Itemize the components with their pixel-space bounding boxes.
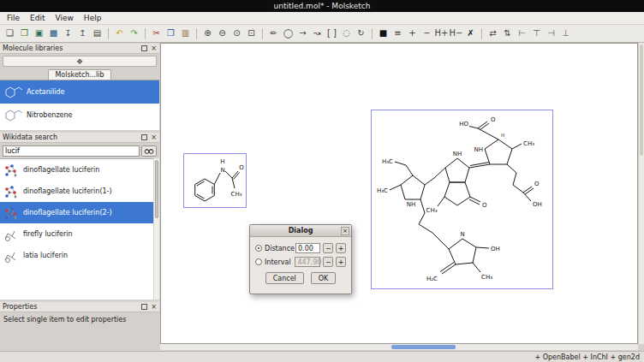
charge-plus-icon[interactable]: + (406, 27, 419, 40)
align-bottom-icon[interactable]: ⊥ (559, 27, 572, 40)
copy-icon[interactable]: ❒ (164, 27, 177, 40)
toolbar-icon-glyph: ▣ (35, 29, 43, 38)
zoom-in-icon[interactable]: ⊕ (201, 27, 214, 40)
radio-button[interactable] (255, 245, 262, 252)
menu-view[interactable]: View (51, 13, 79, 23)
delete-tool-icon[interactable]: ✗ (464, 27, 477, 40)
horizontal-scrollbar[interactable] (160, 344, 638, 350)
flip-vertical-icon[interactable]: ⇅ (501, 27, 514, 40)
open-icon[interactable]: ❐ (18, 27, 31, 40)
import-icon[interactable]: ↧ (62, 27, 75, 40)
panel-float-button[interactable] (141, 304, 147, 310)
spin-increment-button[interactable]: + (336, 243, 346, 253)
toolbar-icon-glyph: ▤ (93, 29, 101, 38)
reaction-arrow-icon[interactable]: → (296, 27, 309, 40)
color-swatch-icon[interactable]: ■ (377, 27, 390, 40)
vertical-scrollbar[interactable] (638, 43, 644, 344)
molecule-selection-luciferin[interactable]: HO O H NH CH₃ O OH NH (371, 110, 553, 289)
draw-tool-icon[interactable]: ✏ (267, 27, 280, 40)
svg-text:H₃C: H₃C (382, 158, 393, 165)
library-item[interactable]: Acetanilide (0, 80, 159, 104)
search-result-item[interactable]: dinoflagellate luciferin (0, 159, 159, 181)
toolbar-icon-glyph: ↥ (79, 29, 86, 38)
ok-button[interactable]: OK (311, 272, 337, 284)
svg-text:NH: NH (453, 151, 462, 157)
paste-icon[interactable]: ▥ (179, 27, 192, 40)
export-icon[interactable]: ↥ (76, 27, 89, 40)
panel-close-button[interactable]: × (151, 134, 157, 141)
scrollbar-thumb[interactable] (391, 345, 456, 349)
flip-horizontal-icon[interactable]: ⇄ (486, 27, 499, 40)
search-result-item[interactable]: dinoflagellate luciferin(1-) (0, 181, 159, 202)
menu-item-label: View (56, 14, 74, 22)
molecule-thumbnail-icon (2, 205, 21, 222)
toolbar-icon-glyph: H− (450, 29, 463, 38)
zoom-out-icon[interactable]: ⊖ (216, 27, 229, 40)
save-icon[interactable]: ▣ (33, 27, 45, 40)
value-spinbox[interactable]: 0.00 (295, 243, 320, 253)
toolbar-separator (481, 28, 482, 39)
search-button[interactable] (141, 145, 157, 157)
new-document-icon[interactable]: ❏ (3, 27, 16, 40)
library-tab[interactable]: Molsketch...lib (48, 69, 110, 80)
spin-decrement-button[interactable]: − (323, 257, 333, 267)
panel-float-button[interactable] (141, 134, 147, 140)
toolbar-icon-glyph: ❒ (167, 29, 175, 38)
window-title: untitled.mol* - Molsketch (274, 2, 371, 10)
charge-minus-icon[interactable]: − (420, 27, 433, 40)
spin-decrement-button[interactable]: − (323, 243, 333, 253)
library-chooser-button[interactable]: ❖ (3, 56, 157, 67)
toolbar-icon-glyph: ⊣ (547, 29, 555, 38)
panel-close-button[interactable]: × (151, 45, 157, 52)
panel-close-button[interactable]: × (151, 304, 157, 311)
ring-tool-icon[interactable]: ◯ (282, 27, 295, 40)
library-list: Acetanilide Nitrobenzene (0, 80, 159, 130)
menu-help[interactable]: Help (79, 13, 107, 23)
wikidata-search-input[interactable] (3, 145, 140, 157)
save-as-icon[interactable]: ▩ (47, 27, 60, 40)
toolbar-icon-glyph: H+ (435, 29, 449, 38)
results-scrollbar[interactable] (153, 158, 159, 300)
scrollbar-thumb[interactable] (640, 45, 643, 156)
undo-icon[interactable]: ↶ (113, 27, 126, 40)
drawing-canvas[interactable]: H N O CH₃ HO O H NH CH₃ (160, 43, 638, 344)
align-right-icon[interactable]: ⊣ (545, 27, 558, 40)
line-width-icon[interactable]: ≡ (391, 27, 404, 40)
zoom-original-icon[interactable]: ⊙ (230, 27, 243, 40)
rotate-tool-icon[interactable]: ↻ (355, 27, 367, 40)
scrollbar-thumb[interactable] (155, 160, 158, 218)
panel-title: Properties (3, 303, 37, 311)
align-top-icon[interactable]: ⊤ (530, 27, 543, 40)
panel-float-button[interactable] (141, 45, 147, 51)
redo-icon[interactable]: ↷ (128, 27, 140, 40)
remove-hydrogen-icon[interactable]: H− (450, 27, 462, 40)
lasso-tool-icon[interactable]: ◌ (340, 27, 353, 40)
dialog-close-button[interactable]: × (341, 227, 349, 235)
search-result-item[interactable]: latia luciferin (0, 245, 159, 266)
menu-file[interactable]: File (2, 13, 25, 23)
toolbar-icon-glyph: ◌ (343, 29, 350, 38)
menu-edit[interactable]: Edit (25, 13, 50, 23)
dialog-titlebar[interactable]: Dialog × (250, 225, 351, 237)
cancel-button[interactable]: Cancel (265, 272, 304, 284)
bracket-tool-icon[interactable]: [ ] (325, 27, 338, 40)
print-icon[interactable]: ▤ (91, 27, 104, 40)
search-result-label: dinoflagellate luciferin(1-) (23, 187, 112, 195)
radio-button[interactable] (255, 258, 262, 265)
cut-icon[interactable]: ✂ (150, 27, 163, 40)
align-left-icon[interactable]: ⊢ (516, 27, 528, 40)
luciferin-structure: HO O H NH CH₃ O OH NH (372, 110, 554, 290)
mechanism-arrow-icon[interactable]: ↝ (311, 27, 324, 40)
spin-increment-button[interactable]: + (336, 257, 346, 267)
library-item[interactable]: Nitrobenzene (0, 104, 159, 127)
molecule-libraries-panel: Molecule libraries × ❖ Molsketch...lib (0, 43, 159, 130)
zoom-fit-icon[interactable]: ⊡ (245, 27, 258, 40)
molecule-selection-acetanilide[interactable]: H N O CH₃ (183, 153, 247, 208)
value-spinbox[interactable]: 447.90 (295, 257, 320, 267)
search-result-label: firefly luciferin (23, 230, 73, 238)
svg-text:H: H (220, 158, 224, 165)
search-result-item[interactable]: dinoflagellate luciferin(2-) (0, 202, 159, 223)
add-hydrogen-icon[interactable]: H+ (435, 27, 448, 40)
svg-text:O: O (534, 181, 540, 187)
search-result-item[interactable]: firefly luciferin (0, 223, 159, 245)
